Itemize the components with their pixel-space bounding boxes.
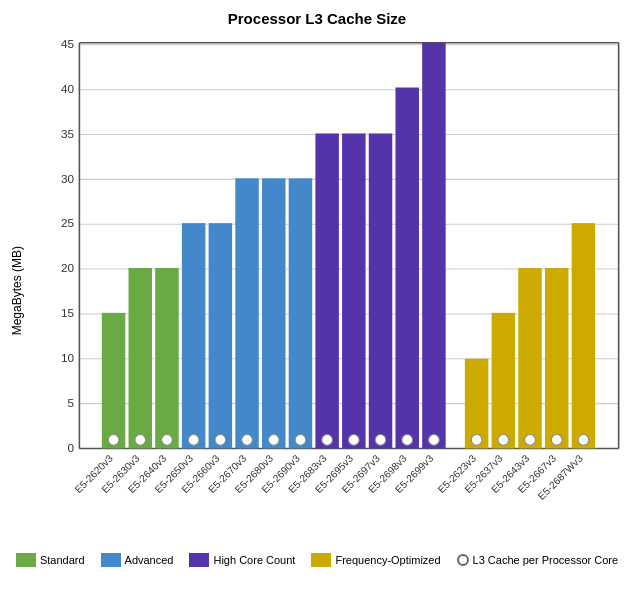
svg-text:40: 40 bbox=[61, 82, 75, 95]
legend-label-hcc: High Core Count bbox=[213, 554, 295, 566]
legend-advanced: Advanced bbox=[101, 553, 174, 567]
chart-inner: 0 5 10 15 20 25 30 35 40 45 bbox=[26, 32, 624, 549]
svg-text:0: 0 bbox=[68, 441, 75, 454]
dot-3 bbox=[188, 435, 199, 446]
dot-6 bbox=[268, 435, 279, 446]
bar-E5-2643v3 bbox=[518, 268, 541, 448]
svg-text:10: 10 bbox=[61, 351, 75, 364]
dot-8 bbox=[322, 435, 333, 446]
bar-E5-2690v3 bbox=[289, 178, 312, 448]
svg-text:5: 5 bbox=[68, 396, 75, 409]
legend-circle-l3 bbox=[457, 554, 469, 566]
dot-15 bbox=[525, 435, 536, 446]
dot-13 bbox=[471, 435, 482, 446]
legend-standard: Standard bbox=[16, 553, 85, 567]
bar-E5-2660v3 bbox=[209, 223, 232, 448]
legend-label-fo: Frequency-Optimized bbox=[335, 554, 440, 566]
dot-2 bbox=[162, 435, 173, 446]
svg-text:30: 30 bbox=[61, 172, 75, 185]
chart-svg: 0 5 10 15 20 25 30 35 40 45 bbox=[26, 32, 624, 545]
bar-E5-2640v3 bbox=[155, 268, 178, 448]
bar-E5-2620v3 bbox=[102, 313, 125, 449]
chart-area: MegaBytes (MB) bbox=[10, 32, 624, 549]
bar-E5-2687Wv3 bbox=[572, 223, 595, 448]
legend-color-fo bbox=[311, 553, 331, 567]
legend-l3-cache: L3 Cache per Processor Core bbox=[457, 554, 619, 566]
bar-E5-2683v3 bbox=[315, 133, 338, 448]
y-axis-label: MegaBytes (MB) bbox=[10, 246, 24, 335]
svg-text:45: 45 bbox=[61, 37, 75, 50]
bar-E5-2680v3 bbox=[262, 178, 285, 448]
legend-label-standard: Standard bbox=[40, 554, 85, 566]
dot-11 bbox=[402, 435, 413, 446]
dot-14 bbox=[498, 435, 509, 446]
legend-color-advanced bbox=[101, 553, 121, 567]
chart-container: Processor L3 Cache Size MegaBytes (MB) bbox=[0, 0, 634, 600]
legend-color-hcc bbox=[189, 553, 209, 567]
legend-label-l3: L3 Cache per Processor Core bbox=[473, 554, 619, 566]
bar-E5-2697v3 bbox=[369, 133, 392, 448]
chart-title: Processor L3 Cache Size bbox=[10, 10, 624, 27]
dot-0 bbox=[108, 435, 119, 446]
legend-color-standard bbox=[16, 553, 36, 567]
dot-12 bbox=[429, 435, 440, 446]
dot-9 bbox=[348, 435, 359, 446]
dot-1 bbox=[135, 435, 146, 446]
dot-7 bbox=[295, 435, 306, 446]
legend-label-advanced: Advanced bbox=[125, 554, 174, 566]
svg-text:20: 20 bbox=[61, 261, 75, 274]
bar-E5-2637v3 bbox=[492, 313, 515, 449]
dot-17 bbox=[578, 435, 589, 446]
bar-E5-2670v3 bbox=[235, 178, 258, 448]
dot-10 bbox=[375, 435, 386, 446]
legend-high-core-count: High Core Count bbox=[189, 553, 295, 567]
dot-16 bbox=[551, 435, 562, 446]
bar-E5-2630v3 bbox=[129, 268, 152, 448]
legend-frequency-optimized: Frequency-Optimized bbox=[311, 553, 440, 567]
bar-E5-2695v3 bbox=[342, 133, 365, 448]
svg-text:25: 25 bbox=[61, 216, 75, 229]
bar-E5-2699v3 bbox=[422, 43, 445, 449]
bar-E5-2667v3 bbox=[545, 268, 568, 448]
svg-text:15: 15 bbox=[61, 306, 75, 319]
bar-E5-2650v3 bbox=[182, 223, 205, 448]
svg-text:35: 35 bbox=[61, 127, 75, 140]
dot-4 bbox=[215, 435, 226, 446]
bar-E5-2698v3 bbox=[395, 88, 418, 449]
dot-5 bbox=[242, 435, 253, 446]
legend: Standard Advanced High Core Count Freque… bbox=[10, 553, 624, 567]
